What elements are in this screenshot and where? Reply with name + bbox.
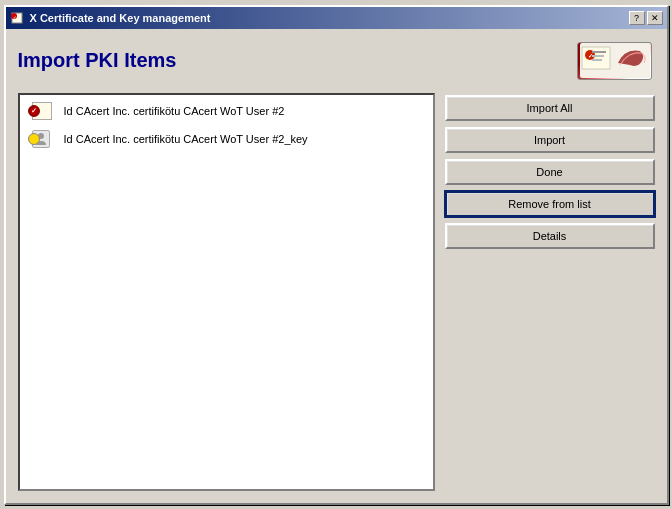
svg-rect-9: [592, 59, 602, 61]
svg-rect-7: [592, 51, 606, 53]
help-button[interactable]: ?: [629, 11, 645, 25]
list-item-text: Id CAcert Inc. certifikötu CAcert WoT Us…: [64, 133, 308, 145]
svg-text:✓: ✓: [13, 14, 16, 19]
import-all-button[interactable]: Import All: [445, 95, 655, 121]
button-panel: Import All Import Done Remove from list …: [445, 93, 655, 491]
done-button[interactable]: Done: [445, 159, 655, 185]
list-item-text: Id CAcert Inc. certifikötu CAcert WoT Us…: [64, 105, 285, 117]
cert-icon: ✓: [26, 100, 58, 122]
list-item[interactable]: ✓ Id CAcert Inc. certifikötu CAcert WoT …: [22, 97, 431, 125]
title-bar: ✓ X Certificate and Key management ? ✕: [6, 7, 667, 29]
list-panel[interactable]: ✓ Id CAcert Inc. certifikötu CAcert WoT …: [18, 93, 435, 491]
svg-rect-8: [592, 55, 604, 57]
list-item[interactable]: Id CAcert Inc. certifikötu CAcert WoT Us…: [22, 125, 431, 153]
header-row: Import PKI Items ✓: [18, 41, 655, 81]
window-title: X Certificate and Key management: [30, 12, 629, 24]
window-icon: ✓: [10, 10, 26, 26]
page-title: Import PKI Items: [18, 49, 177, 72]
remove-from-list-button[interactable]: Remove from list: [445, 191, 655, 217]
details-button[interactable]: Details: [445, 223, 655, 249]
import-button[interactable]: Import: [445, 127, 655, 153]
main-area: ✓ Id CAcert Inc. certifikötu CAcert WoT …: [18, 93, 655, 491]
logo-image: ✓: [577, 42, 652, 80]
key-icon: [26, 128, 58, 150]
header-logo: ✓: [575, 41, 655, 81]
window-content: Import PKI Items ✓: [6, 29, 667, 503]
main-window: ✓ X Certificate and Key management ? ✕ I…: [4, 5, 669, 505]
title-bar-controls: ? ✕: [629, 11, 663, 25]
close-button[interactable]: ✕: [647, 11, 663, 25]
